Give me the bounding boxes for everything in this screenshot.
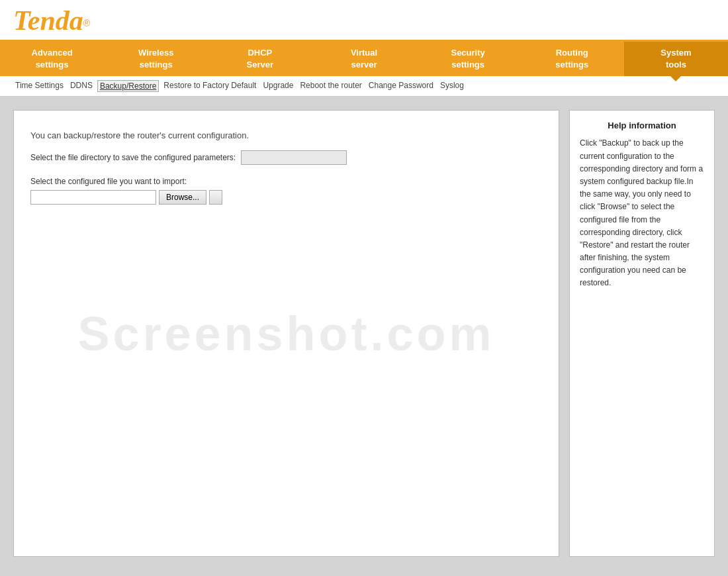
file-dir-row: Select the file directory to save the co… — [30, 150, 542, 165]
import-controls: Browse... — [30, 190, 222, 205]
subnav-item-upgrade[interactable]: Upgrade — [261, 80, 295, 92]
subnav: Time SettingsDDNSBackup/RestoreRestore t… — [0, 76, 728, 97]
subnav-item-factory-default[interactable]: Restore to Factory Default — [161, 80, 258, 92]
import-label: Select the configured file you want to i… — [30, 177, 187, 186]
nav-item-system[interactable]: System tools — [624, 42, 728, 76]
import-row: Select the configured file you want to i… — [30, 177, 542, 205]
watermark: Screenshot.com — [77, 307, 494, 361]
subnav-item-change-password[interactable]: Change Password — [367, 80, 435, 92]
nav-item-virtual[interactable]: Virtual server — [312, 42, 416, 76]
subnav-item-reboot[interactable]: Reboot the router — [298, 80, 363, 92]
nav-item-advanced[interactable]: Advanced settings — [0, 42, 104, 76]
nav-item-routing[interactable]: Routing settings — [520, 42, 624, 76]
brand-name: Tenda — [13, 5, 83, 36]
subnav-item-syslog[interactable]: Syslog — [438, 80, 466, 92]
description-text: You can backup/restore the router's curr… — [30, 130, 542, 140]
brand-reg: ® — [83, 18, 90, 28]
file-import-input[interactable] — [30, 190, 156, 205]
browse-button[interactable]: Browse... — [159, 190, 206, 205]
help-panel: Help information Click "Backup" to back … — [569, 110, 715, 557]
navbar: Advanced settingsWireless settingsDHCP S… — [0, 42, 728, 76]
nav-item-security[interactable]: Security settings — [416, 42, 520, 76]
content-panel: Screenshot.com You can backup/restore th… — [13, 110, 559, 557]
subnav-item-time-settings[interactable]: Time Settings — [13, 80, 66, 92]
logo: Tenda® — [13, 7, 90, 34]
help-text: Click "Backup" to back up the current co… — [580, 137, 704, 289]
file-dir-label: Select the file directory to save the co… — [30, 153, 236, 162]
help-title: Help information — [580, 120, 704, 130]
file-dir-input[interactable] — [241, 150, 347, 165]
nav-item-wireless[interactable]: Wireless settings — [104, 42, 208, 76]
import-action-button[interactable] — [209, 190, 222, 205]
subnav-item-backup-restore[interactable]: Backup/Restore — [97, 80, 159, 92]
header: Tenda® — [0, 0, 728, 42]
main-content: Screenshot.com You can backup/restore th… — [0, 97, 728, 570]
subnav-item-ddns[interactable]: DDNS — [68, 80, 95, 92]
nav-item-dhcp[interactable]: DHCP Server — [208, 42, 312, 76]
